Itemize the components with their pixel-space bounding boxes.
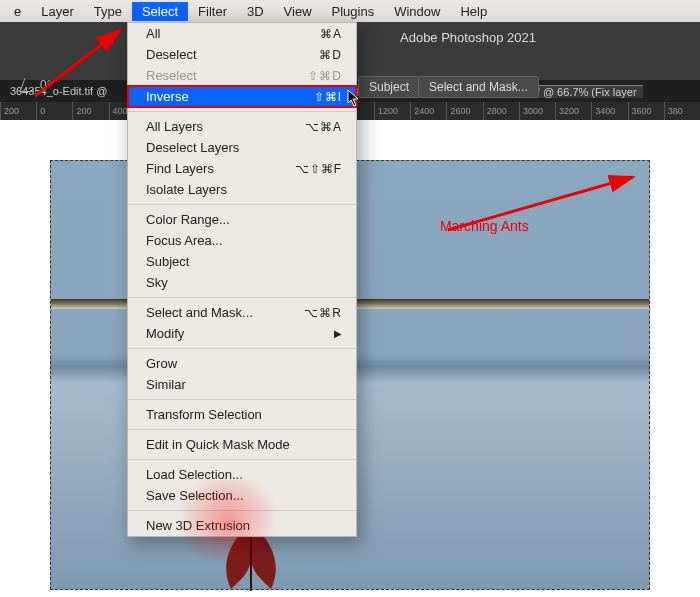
menu-plugins[interactable]: Plugins [322, 2, 385, 21]
ruler-tick: 3400 [591, 102, 627, 120]
menu-deselect[interactable]: Deselect⌘D [128, 44, 356, 65]
menu-modify[interactable]: Modify▶ [128, 323, 356, 344]
select-menu-dropdown: All⌘A Deselect⌘D Reselect⇧⌘D Inverse⇧⌘I … [127, 22, 357, 537]
annotation-label: Marching Ants [440, 218, 529, 234]
menu-focus-area[interactable]: Focus Area... [128, 230, 356, 251]
ruler-tick: 3200 [555, 102, 591, 120]
ruler-tick: 380 [664, 102, 700, 120]
menu-grow[interactable]: Grow [128, 353, 356, 374]
menu-help[interactable]: Help [450, 2, 497, 21]
menu-similar[interactable]: Similar [128, 374, 356, 395]
menu-filter[interactable]: Filter [188, 2, 237, 21]
ruler-tick: 200 [0, 102, 36, 120]
menu-reselect: Reselect⇧⌘D [128, 65, 356, 86]
app-title: Adobe Photoshop 2021 [400, 30, 536, 45]
menu-subject[interactable]: Subject [128, 251, 356, 272]
menu-save-selection[interactable]: Save Selection... [128, 485, 356, 506]
select-and-mask-button[interactable]: Select and Mask... [418, 76, 539, 98]
ruler-tick: 2800 [483, 102, 519, 120]
menu-load-selection[interactable]: Load Selection... [128, 464, 356, 485]
ruler-tick: 200 [72, 102, 108, 120]
menu-type[interactable]: Type [84, 2, 132, 21]
angle-value: 0° [40, 78, 51, 92]
angle-icon [19, 78, 38, 92]
menu-color-range[interactable]: Color Range... [128, 209, 356, 230]
subject-button[interactable]: Subject [358, 76, 420, 98]
menu-window[interactable]: Window [384, 2, 450, 21]
menu-new-3d-extrusion[interactable]: New 3D Extrusion [128, 515, 356, 536]
menu-select[interactable]: Select [132, 2, 188, 21]
ruler-tick: 3000 [519, 102, 555, 120]
menu-view[interactable]: View [274, 2, 322, 21]
menu-select-and-mask[interactable]: Select and Mask...⌥⌘R [128, 302, 356, 323]
menu-all[interactable]: All⌘A [128, 23, 356, 44]
menu-sky[interactable]: Sky [128, 272, 356, 293]
menu-deselect-layers[interactable]: Deselect Layers [128, 137, 356, 158]
chevron-right-icon: ▶ [334, 328, 342, 339]
menu-find-layers[interactable]: Find Layers⌥⇧⌘F [128, 158, 356, 179]
angle-field[interactable]: 0° [22, 78, 51, 92]
menu-e[interactable]: e [4, 2, 31, 21]
cursor-icon [347, 89, 361, 107]
menu-inverse[interactable]: Inverse⇧⌘I [128, 86, 356, 107]
menu-transform-selection[interactable]: Transform Selection [128, 404, 356, 425]
menu-all-layers[interactable]: All Layers⌥⌘A [128, 116, 356, 137]
menu-quick-mask[interactable]: Edit in Quick Mask Mode [128, 434, 356, 455]
ruler-tick: 0 [36, 102, 72, 120]
ruler-tick: 2600 [446, 102, 482, 120]
ruler-tick: 2400 [410, 102, 446, 120]
menu-layer[interactable]: Layer [31, 2, 84, 21]
ruler-tick: 3600 [628, 102, 664, 120]
mac-menubar: e Layer Type Select Filter 3D View Plugi… [0, 0, 700, 22]
menu-3d[interactable]: 3D [237, 2, 274, 21]
ruler-tick: 1200 [374, 102, 410, 120]
menu-isolate-layers[interactable]: Isolate Layers [128, 179, 356, 200]
